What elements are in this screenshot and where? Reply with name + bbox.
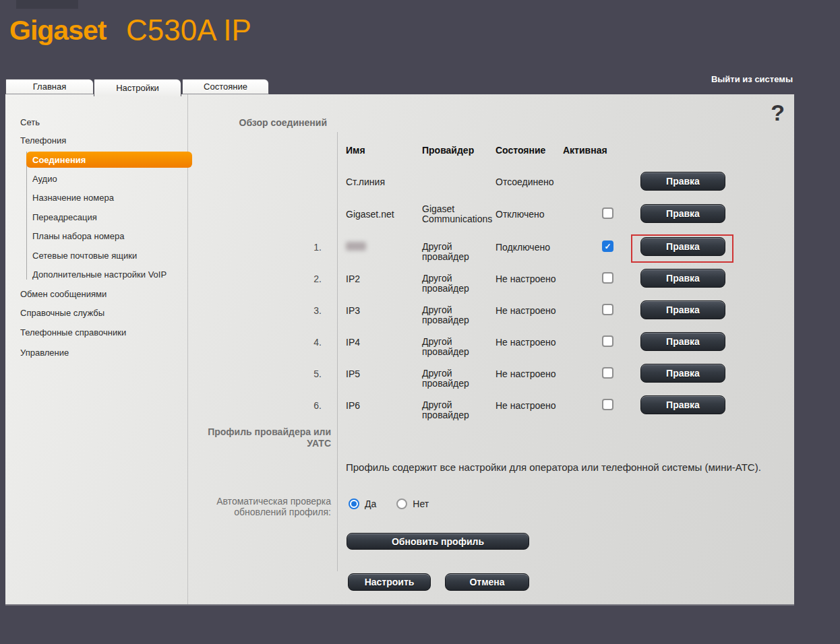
active-checkbox[interactable] (602, 399, 613, 410)
col-header-name: Имя (346, 145, 365, 156)
provider-name: Другой провайдер (422, 273, 495, 294)
table-row-5: 3.IP3Другой провайдерНе настроеноПравка (196, 300, 790, 319)
radio-yes[interactable] (349, 498, 359, 509)
table-row-4: 2.IP2Другой провайдерНе настроеноПравка (196, 269, 790, 288)
connection-state: Не настроено (496, 337, 556, 348)
connection-state: Отключено (496, 209, 545, 220)
provider-name: Другой провайдер (422, 400, 495, 420)
table-row-8: 6.IP6Другой провайдерНе настроеноПравка (196, 395, 790, 414)
active-checkbox[interactable] (602, 304, 613, 315)
sidebar-item-2[interactable]: Телефония (20, 135, 66, 146)
connection-state: Не настроено (496, 305, 556, 316)
sidebar-item-7[interactable]: Планы набора номера (32, 231, 125, 241)
provider-name: Другой провайдер (422, 337, 495, 357)
sidebar-item-9[interactable]: Дополнительные настройки VoIP (32, 269, 167, 280)
connection-name: IP4 (346, 337, 360, 348)
sidebar-item-10[interactable]: Обмен сообщениями (20, 289, 107, 299)
table-row-7: 5.IP5Другой провайдерНе настроеноПравка (196, 364, 790, 383)
sidebar-item-12[interactable]: Телефонные справочники (20, 327, 126, 337)
label-content-divider (337, 132, 338, 571)
connection-state: Не настроено (496, 273, 556, 284)
sidebar-item-3[interactable]: Соединения (26, 152, 192, 168)
table-row-6: 4.IP4Другой провайдерНе настроеноПравка (196, 332, 790, 351)
radio-yes-label: Да (365, 498, 376, 509)
connection-state: Отсоединено (496, 176, 554, 187)
edit-button[interactable]: Правка (640, 172, 725, 191)
tab-3[interactable]: Состояние (182, 79, 269, 94)
edit-button[interactable]: Правка (640, 364, 725, 383)
radio-no-label: Нет (413, 498, 429, 509)
row-number: 6. (196, 400, 322, 411)
submit-button[interactable]: Настроить (348, 573, 431, 591)
content-panel: ? Обзор соединений Имя Провайдер Состоян… (5, 94, 794, 606)
edit-button[interactable]: Правка (640, 332, 725, 351)
auto-update-radio-group: Да Нет (349, 498, 449, 509)
edit-button[interactable]: Правка (640, 395, 725, 414)
sidebar-item-4[interactable]: Аудио (32, 174, 57, 184)
update-profile-button[interactable]: Обновить профиль (347, 533, 529, 550)
section-title: Обзор соединений (196, 117, 327, 128)
col-header-active: Активная (563, 145, 607, 156)
col-header-provider: Провайдер (422, 145, 474, 156)
help-icon[interactable]: ? (771, 100, 785, 126)
highlight-annotation (631, 234, 733, 263)
profile-description: Профиль содержит все настройки для опера… (346, 461, 787, 473)
connection-name: Ст.линия (346, 176, 385, 187)
edit-button[interactable]: Правка (640, 204, 725, 223)
browser-artifact-patch (16, 0, 78, 9)
cancel-button[interactable]: Отмена (445, 573, 529, 591)
provider-name: Другой провайдер (422, 242, 495, 262)
active-checkbox[interactable]: ✓ (602, 240, 613, 252)
connection-state: Не настроено (496, 368, 556, 379)
edit-button[interactable]: Правка (640, 269, 725, 288)
sidebar-item-13[interactable]: Управление (20, 348, 69, 358)
active-checkbox[interactable] (602, 367, 613, 379)
device-model-title: C530A IP (126, 13, 251, 47)
provider-name: Другой провайдер (422, 305, 495, 325)
connection-state: Подключено (496, 242, 550, 253)
active-checkbox[interactable] (602, 335, 613, 347)
gigaset-web-config-page: Gigaset C530A IP Выйти из системы ? Обзо… (0, 0, 840, 644)
col-header-state: Состояние (496, 145, 545, 156)
sidebar-item-8[interactable]: Сетевые почтовые ящики (32, 251, 137, 261)
logout-link[interactable]: Выйти из системы (711, 74, 793, 84)
row-number: 1. (196, 242, 322, 253)
sidebar-subtree-line (26, 152, 27, 280)
sidebar-divider (187, 94, 188, 604)
row-number: 4. (196, 337, 322, 348)
table-row-1: Ст.линияОтсоединеноПравка (196, 172, 790, 191)
sidebar-item-1[interactable]: Сеть (20, 117, 40, 127)
connection-name: Gigaset.net (346, 209, 394, 220)
auto-update-label: Автоматическая проверка обновлений профи… (196, 496, 331, 517)
table-row-2: Gigaset.netGigaset CommunicationsОтключе… (196, 204, 790, 223)
row-number: 5. (196, 368, 322, 379)
sidebar-item-6[interactable]: Переадресация (32, 212, 97, 222)
table-header-row: Имя Провайдер Состояние Активная (196, 145, 790, 164)
profile-section-title: Профиль провайдера или УАТС (196, 426, 331, 449)
table-row-3: 1.Другой провайдерПодключено✓Правка (196, 237, 790, 256)
row-number: 2. (196, 273, 322, 284)
radio-no[interactable] (396, 498, 407, 509)
tab-1[interactable]: Главная (5, 79, 94, 94)
row-number: 3. (196, 305, 322, 316)
sidebar-item-11[interactable]: Справочные службы (20, 308, 104, 318)
redacted-name-blur (346, 242, 366, 251)
tab-2[interactable]: Настройки (94, 79, 181, 96)
gigaset-logo: Gigaset (9, 15, 106, 46)
connection-name (346, 242, 366, 253)
provider-name: Gigaset Communications (422, 204, 495, 224)
sidebar-item-5[interactable]: Назначение номера (32, 193, 114, 203)
edit-button[interactable]: Правка (640, 300, 725, 319)
active-checkbox[interactable] (602, 207, 613, 219)
connection-name: IP5 (346, 368, 360, 379)
connection-name: IP3 (346, 305, 360, 316)
active-checkbox[interactable] (602, 272, 613, 284)
connection-name: IP2 (346, 273, 360, 284)
provider-name: Другой провайдер (422, 368, 495, 389)
connection-name: IP6 (346, 400, 360, 411)
connection-state: Не настроено (496, 400, 556, 411)
